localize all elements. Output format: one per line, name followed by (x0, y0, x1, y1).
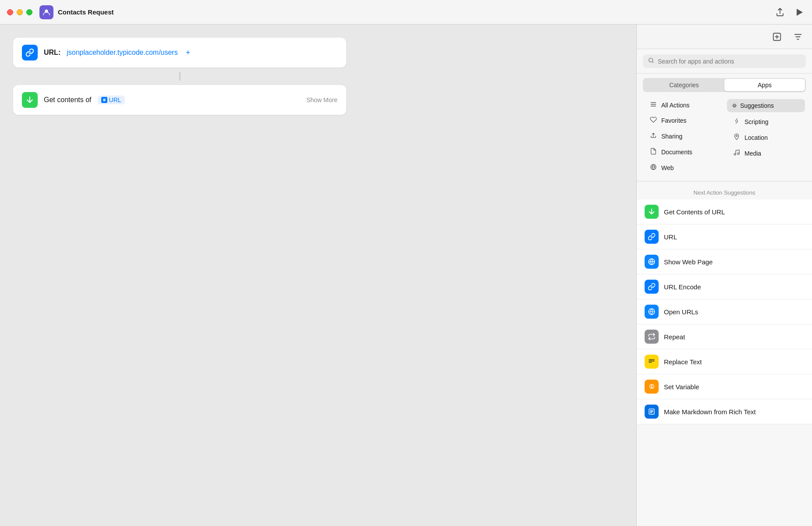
scripting-icon (732, 117, 741, 126)
svg-point-2 (649, 58, 653, 62)
action-card: Get contents of URL Show More (13, 85, 346, 115)
suggestion-open-urls[interactable]: Open URLs (637, 299, 812, 324)
action-token-icon (101, 97, 107, 103)
sugg-icon-make-markdown (645, 405, 659, 419)
suggestions-section: Next Action Suggestions Get Contents of … (637, 183, 812, 526)
suggestion-repeat[interactable]: Repeat (637, 324, 812, 349)
window-title: Contacts Request (58, 8, 114, 16)
add-action-button[interactable] (770, 30, 784, 44)
cat-scripting-label: Scripting (745, 118, 768, 125)
sugg-icon-open-urls (645, 305, 659, 319)
sidebar: Categories Apps All Actions (637, 25, 812, 526)
sharing-icon (649, 132, 658, 141)
set-variable-number: ① (649, 383, 655, 390)
suggestions-label: Suggestions (740, 102, 774, 109)
sugg-icon-set-variable: ① (645, 380, 659, 394)
minimize-button[interactable] (17, 9, 23, 15)
all-actions-icon (649, 101, 658, 109)
sidebar-divider (637, 181, 812, 181)
suggestion-get-contents-url[interactable]: Get Contents of URL (637, 199, 812, 224)
cat-documents-label: Documents (661, 149, 692, 156)
url-value[interactable]: jsonplaceholder.typicode.com/users (67, 49, 177, 57)
location-icon (732, 133, 741, 142)
filter-button[interactable] (791, 30, 805, 44)
svg-point-7 (738, 153, 739, 155)
url-card: URL: jsonplaceholder.typicode.com/users … (13, 38, 346, 68)
show-more-button[interactable]: Show More (306, 96, 337, 103)
suggestions-button[interactable]: Suggestions (727, 99, 805, 112)
action-card-icon (22, 92, 38, 108)
sugg-label-set-variable: Set Variable (664, 383, 699, 391)
cat-sharing-label: Sharing (661, 133, 682, 140)
web-icon (649, 163, 658, 172)
suggestion-url[interactable]: URL (637, 224, 812, 249)
sugg-icon-get-contents (645, 205, 659, 219)
media-icon (732, 149, 741, 158)
url-label: URL: (44, 49, 60, 57)
sugg-label-make-markdown: Make Markdown from Rich Text (664, 408, 756, 416)
share-button[interactable] (774, 6, 786, 19)
url-card-icon (22, 45, 38, 60)
title-bar: Contacts Request (0, 0, 812, 25)
suggestion-url-encode[interactable]: URL Encode (637, 274, 812, 299)
sugg-label-get-contents: Get Contents of URL (664, 208, 725, 216)
svg-point-4 (734, 105, 735, 107)
cat-favorites-label: Favorites (661, 117, 687, 124)
sugg-icon-show-web (645, 255, 659, 269)
cat-all-actions-label: All Actions (661, 102, 690, 109)
sugg-icon-replace-text (645, 355, 659, 369)
search-bar (637, 49, 812, 74)
traffic-lights (7, 9, 32, 15)
cat-all-actions[interactable]: All Actions (641, 97, 724, 113)
sugg-icon-url-encode (645, 280, 659, 294)
documents-icon (649, 148, 658, 156)
title-bar-actions (774, 6, 805, 19)
suggestion-set-variable[interactable]: ① Set Variable (637, 374, 812, 399)
tab-toggle: Categories Apps (643, 78, 806, 92)
sugg-label-open-urls: Open URLs (664, 308, 698, 316)
cat-web-label: Web (661, 164, 674, 171)
resize-handle[interactable] (179, 72, 181, 81)
maximize-button[interactable] (26, 9, 32, 15)
cat-media-label: Media (745, 150, 761, 157)
svg-point-6 (734, 153, 736, 155)
action-token-label: URL (109, 96, 121, 103)
cat-location-label: Location (745, 134, 768, 141)
sugg-label-url-encode: URL Encode (664, 283, 701, 291)
suggestion-replace-text[interactable]: Replace Text (637, 349, 812, 374)
main-layout: URL: jsonplaceholder.typicode.com/users … (0, 25, 812, 526)
action-token[interactable]: URL (98, 96, 125, 104)
cat-favorites[interactable]: Favorites (641, 113, 724, 128)
play-button[interactable] (794, 7, 805, 18)
cat-web[interactable]: Web (641, 160, 724, 176)
sugg-icon-url (645, 230, 659, 244)
suggestions-section-title: Next Action Suggestions (637, 183, 812, 199)
cat-documents[interactable]: Documents (641, 144, 724, 160)
apps-tab[interactable]: Apps (724, 79, 805, 91)
sugg-label-url: URL (664, 233, 677, 241)
favorites-icon (649, 116, 658, 125)
cat-sharing[interactable]: Sharing (641, 128, 724, 144)
svg-point-5 (736, 135, 737, 136)
search-input-wrap (643, 54, 806, 68)
sidebar-top-bar (637, 25, 812, 49)
suggestion-show-web-page[interactable]: Show Web Page (637, 249, 812, 274)
cat-media[interactable]: Media (724, 146, 808, 161)
canvas-area: URL: jsonplaceholder.typicode.com/users … (0, 25, 636, 526)
cat-scripting[interactable]: Scripting (724, 114, 808, 130)
sugg-label-repeat: Repeat (664, 333, 685, 341)
search-input[interactable] (658, 58, 801, 65)
action-label: Get contents of (44, 96, 92, 104)
app-icon (39, 5, 53, 19)
cat-location[interactable]: Location (724, 130, 808, 146)
sugg-icon-repeat (645, 330, 659, 344)
search-icon (648, 57, 654, 65)
suggestion-make-markdown[interactable]: Make Markdown from Rich Text (637, 399, 812, 424)
url-plus-button[interactable]: + (186, 48, 191, 57)
categories-tab[interactable]: Categories (644, 79, 724, 91)
close-button[interactable] (7, 9, 13, 15)
sugg-label-replace-text: Replace Text (664, 358, 702, 366)
sugg-label-show-web: Show Web Page (664, 258, 713, 266)
